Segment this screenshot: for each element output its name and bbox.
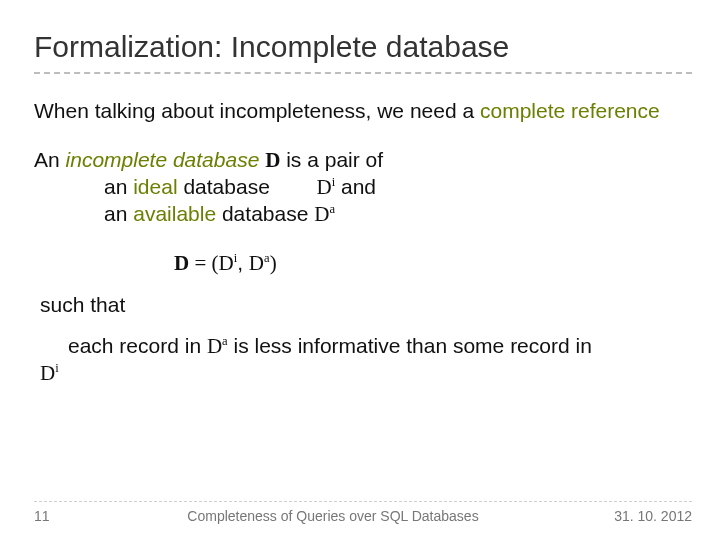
eq-eq: = ( [189,251,218,275]
defn-sym-Da: Da [314,202,335,226]
eq-Di-base: D [219,251,234,275]
defn-line3a: an [104,202,133,225]
defn-line2b: ideal [133,175,177,198]
condition-paragraph: each record in Da is less informative th… [34,333,692,387]
eq-Di: Di [219,251,238,275]
defn-sym-D: D [265,148,280,172]
footer-date: 31. 10. 2012 [592,508,692,524]
defn-line2c: database [178,175,317,198]
defn-line-3: an available database Da [34,201,692,228]
page-number: 11 [34,508,74,524]
condition-lead: such that [34,292,692,319]
defn-line3b: available [133,202,216,225]
defn-tail1: is a pair of [280,148,383,171]
intro-lead: When talking about incompleteness, we ne… [34,99,480,122]
slide: Formalization: Incomplete database When … [0,0,720,540]
cond-Da-base: D [207,334,222,358]
defn-Da-sup: a [329,202,335,216]
cond-Di-base: D [40,361,55,385]
title-divider [34,72,692,74]
slide-footer: 11 Completeness of Queries over SQL Data… [34,501,692,524]
cond-Di: Di [40,361,59,385]
cond-Da: Da [207,334,228,358]
defn-line2a: an [104,175,133,198]
defn-line2d: and [335,175,376,198]
equation-line: D = (Di, Da) [34,250,692,277]
cond-rec-a: each record in [68,334,207,357]
definition-paragraph: An incomplete database D is a pair of an… [34,147,692,228]
slide-title: Formalization: Incomplete database [34,30,692,64]
defn-Da-base: D [314,202,329,226]
defn-line3c: database [216,202,314,225]
eq-close: ) [270,251,277,275]
intro-emph: complete reference [480,99,660,122]
defn-line-2: an ideal database Di and [34,174,692,201]
defn-sym-Di: Di [317,175,336,199]
cond-rec-b: is less informative than some record in [228,334,592,357]
eq-comma: , [237,251,249,274]
footer-row: 11 Completeness of Queries over SQL Data… [34,508,692,524]
defn-line-1: An incomplete database D is a pair of [34,147,692,174]
eq-Da: Da [249,251,270,275]
footer-center: Completeness of Queries over SQL Databas… [74,508,592,524]
eq-Da-base: D [249,251,264,275]
defn-lead1: An [34,148,66,171]
cond-Di-sup: i [55,361,59,375]
defn-emph1: incomplete database [66,148,260,171]
footer-divider [34,501,692,502]
intro-paragraph: When talking about incompleteness, we ne… [34,98,692,125]
defn-Di-base: D [317,175,332,199]
eq-D: D [174,251,189,275]
slide-body: When talking about incompleteness, we ne… [34,98,692,387]
